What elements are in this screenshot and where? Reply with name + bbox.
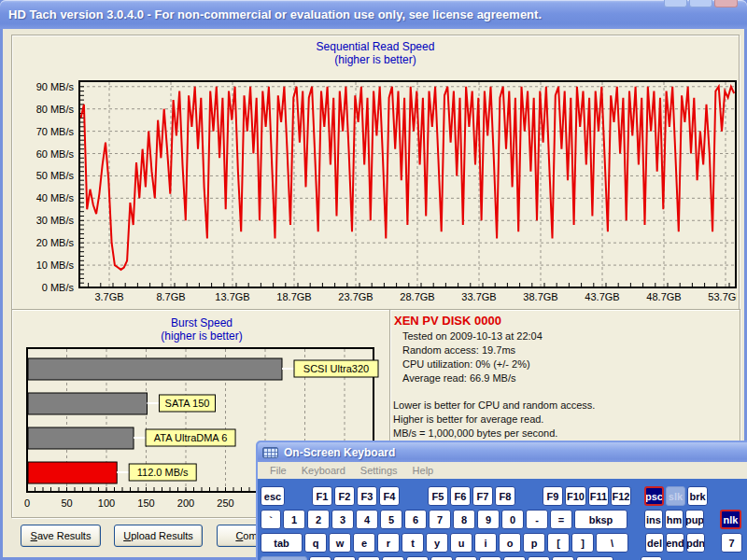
key-1[interactable]: 1 bbox=[283, 510, 305, 529]
upload-results-button[interactable]: Upload Results bbox=[114, 525, 203, 547]
key-s[interactable]: s bbox=[333, 556, 356, 560]
key-semicolon[interactable]: ; bbox=[528, 556, 550, 560]
key-a[interactable]: a bbox=[309, 556, 331, 560]
note-line: MB/s = 1,000,000 bytes per second. bbox=[393, 427, 740, 441]
key-esc[interactable]: esc bbox=[261, 486, 285, 506]
seq-x-tick: 18.7GB bbox=[276, 291, 311, 302]
key-g[interactable]: g bbox=[406, 556, 429, 560]
key-backslash[interactable]: \ bbox=[596, 533, 628, 553]
key-k[interactable]: k bbox=[479, 556, 501, 560]
burst-bar bbox=[28, 462, 117, 483]
seq-y-tick: 70 MB/s bbox=[36, 126, 75, 137]
key-pdn[interactable]: pdn bbox=[686, 533, 705, 553]
burst-x-tick: 0 bbox=[24, 497, 30, 509]
info-line: CPU utilization: 0% (+/- 2%) bbox=[402, 357, 740, 371]
key-q[interactable]: q bbox=[304, 533, 327, 553]
key-4[interactable]: 4 bbox=[641, 556, 662, 560]
key-o[interactable]: o bbox=[499, 533, 521, 553]
key-8[interactable]: 8 bbox=[453, 510, 475, 529]
key-7[interactable]: 7 bbox=[721, 533, 742, 553]
key-F9[interactable]: F9 bbox=[543, 486, 563, 506]
burst-x-tick: 100 bbox=[98, 497, 115, 509]
key-minus[interactable]: - bbox=[526, 510, 548, 529]
key-j[interactable]: j bbox=[455, 556, 477, 560]
maximize-button[interactable] bbox=[689, 0, 712, 7]
burst-bar-label: SATA 150 bbox=[165, 398, 210, 409]
key-h[interactable]: h bbox=[430, 556, 453, 560]
save-results-button[interactable]: Save Results bbox=[21, 525, 101, 547]
key-l[interactable]: l bbox=[503, 556, 526, 560]
key-ins[interactable]: ins bbox=[644, 510, 663, 529]
key-F2[interactable]: F2 bbox=[334, 486, 355, 506]
minimize-button[interactable] bbox=[664, 0, 687, 7]
on-screen-keyboard-window: On-Screen Keyboard FileKeyboardSettingsH… bbox=[256, 441, 747, 560]
key-pup[interactable]: pup bbox=[685, 510, 704, 529]
osk-menu-settings[interactable]: Settings bbox=[353, 465, 405, 476]
key-3[interactable]: 3 bbox=[331, 510, 354, 529]
key-i[interactable]: i bbox=[474, 533, 497, 553]
key-y[interactable]: y bbox=[426, 533, 448, 553]
key-brk[interactable]: brk bbox=[687, 486, 708, 506]
key-d[interactable]: d bbox=[358, 556, 380, 560]
key-5[interactable]: 5 bbox=[380, 510, 402, 529]
key-6[interactable]: 6 bbox=[404, 510, 427, 529]
seq-x-tick: 38.7GB bbox=[523, 291, 557, 302]
key-F6[interactable]: F6 bbox=[450, 486, 471, 506]
key-t[interactable]: t bbox=[402, 533, 424, 553]
seq-x-tick: 28.7GB bbox=[400, 291, 434, 302]
key-psc[interactable]: psc bbox=[644, 486, 664, 506]
key-F11[interactable]: F11 bbox=[588, 486, 609, 506]
key-F1[interactable]: F1 bbox=[312, 486, 332, 506]
key-quote[interactable]: ' bbox=[552, 556, 574, 560]
key-F4[interactable]: F4 bbox=[379, 486, 400, 506]
key-equals[interactable]: = bbox=[550, 510, 572, 529]
burst-chart-subtitle: (higher is better) bbox=[12, 329, 391, 343]
key-lock[interactable]: lock bbox=[261, 556, 307, 560]
key-F12[interactable]: F12 bbox=[611, 486, 631, 506]
key-9[interactable]: 9 bbox=[477, 510, 500, 529]
key-end[interactable]: end bbox=[666, 533, 684, 553]
osk-key-row: lockasdfghjkl;'ent4 bbox=[261, 556, 747, 560]
burst-bar-label: 112.0 MB/s bbox=[137, 467, 189, 478]
key-u[interactable]: u bbox=[450, 533, 472, 553]
key-slk[interactable]: slk bbox=[666, 486, 685, 506]
key-p[interactable]: p bbox=[523, 533, 545, 553]
osk-key-area: escF1F2F3F4F5F6F7F8F9F10F11F12pscslkbrk`… bbox=[258, 479, 747, 560]
key-ent[interactable]: ent bbox=[576, 556, 613, 560]
key-f[interactable]: f bbox=[382, 556, 404, 560]
key-7[interactable]: 7 bbox=[429, 510, 451, 529]
key-e[interactable]: e bbox=[353, 533, 375, 553]
close-button[interactable] bbox=[714, 0, 738, 7]
key-lbracket[interactable]: [ bbox=[547, 533, 570, 553]
seq-x-tick: 53.7GB bbox=[708, 291, 737, 302]
key-F10[interactable]: F10 bbox=[565, 486, 586, 506]
key-F7[interactable]: F7 bbox=[472, 486, 493, 506]
key-del[interactable]: del bbox=[645, 533, 664, 553]
key-backtick[interactable]: ` bbox=[261, 510, 281, 529]
key-F3[interactable]: F3 bbox=[357, 486, 377, 506]
osk-title-bar[interactable]: On-Screen Keyboard bbox=[258, 442, 747, 462]
key-rbracket[interactable]: ] bbox=[571, 533, 594, 553]
key-bksp[interactable]: bksp bbox=[574, 510, 627, 529]
key-hm[interactable]: hm bbox=[665, 510, 684, 529]
key-nlk[interactable]: nlk bbox=[720, 510, 741, 529]
osk-menu-help[interactable]: Help bbox=[405, 465, 442, 476]
key-tab[interactable]: tab bbox=[261, 533, 303, 553]
key-0[interactable]: 0 bbox=[501, 510, 524, 529]
key-4[interactable]: 4 bbox=[356, 510, 378, 529]
key-r[interactable]: r bbox=[377, 533, 400, 553]
seq-y-tick: 0 MB/s bbox=[42, 282, 75, 293]
seq-chart-title: Sequential Read Speed bbox=[12, 40, 739, 53]
key-F5[interactable]: F5 bbox=[428, 486, 448, 506]
seq-y-tick: 20 MB/s bbox=[36, 237, 75, 248]
key-F8[interactable]: F8 bbox=[495, 486, 515, 506]
title-bar[interactable]: HD Tach version 3.0.4.0 - For non-commer… bbox=[0, 0, 747, 29]
key-2[interactable]: 2 bbox=[307, 510, 330, 529]
burst-bar bbox=[28, 427, 134, 449]
key-w[interactable]: w bbox=[329, 533, 351, 553]
burst-bar bbox=[28, 358, 282, 380]
osk-menu-keyboard[interactable]: Keyboard bbox=[294, 465, 353, 476]
osk-window-title: On-Screen Keyboard bbox=[284, 446, 395, 459]
osk-key-row: `1234567890-=bkspinshmpupnlk bbox=[261, 510, 747, 529]
osk-menu-file[interactable]: File bbox=[262, 465, 294, 476]
